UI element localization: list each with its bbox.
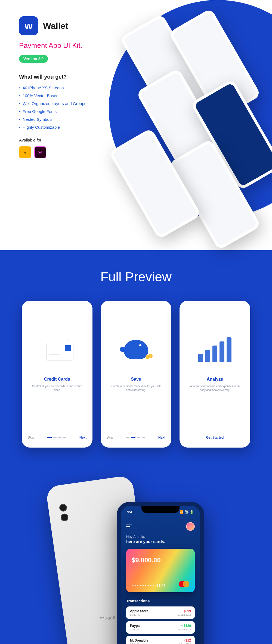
piggy-bank-icon bbox=[107, 322, 165, 377]
menu-icon[interactable] bbox=[126, 525, 132, 528]
card-balance: $9,800.00 bbox=[132, 556, 189, 564]
app-screen: 9:41 📶 📡 🔋 Hey Amelia, here are your car… bbox=[121, 506, 200, 644]
feature-item: 40 iPhone XS Screens bbox=[19, 85, 253, 90]
tool-icons: ◆ Xd bbox=[19, 146, 253, 158]
credit-card[interactable]: $9,800.00 •••• •••• •••• 4174 bbox=[126, 549, 195, 592]
camera-icon bbox=[59, 503, 75, 526]
next-button[interactable]: Next bbox=[79, 436, 86, 439]
screen-title: Save bbox=[107, 377, 165, 382]
app-name: Wallet bbox=[43, 21, 68, 31]
onboarding-screen-2: Save Create a personal moneybox for your… bbox=[101, 301, 171, 448]
get-started-button[interactable]: Get Started bbox=[186, 436, 244, 439]
feature-item: 100% Vector Based bbox=[19, 93, 253, 98]
iphone-front-view: 9:41 📶 📡 🔋 Hey Amelia, here are your car… bbox=[117, 502, 204, 644]
pager-dots bbox=[47, 437, 66, 438]
trans-name: Paypal bbox=[130, 624, 141, 628]
iphone-label: iPhone bbox=[100, 614, 116, 622]
available-label: Available for bbox=[19, 138, 253, 142]
next-button[interactable]: Next bbox=[158, 436, 165, 439]
screen-title: Analyze bbox=[186, 377, 244, 382]
trans-amount: + $120 bbox=[181, 624, 191, 628]
trans-amount: - $12 bbox=[184, 639, 191, 642]
hero-section: w Wallet Payment App UI Kit. Version 2.0… bbox=[0, 0, 272, 250]
pager-dots bbox=[126, 437, 145, 438]
preview-title: Full Preview bbox=[14, 269, 258, 284]
version-badge: Version 2.0 bbox=[19, 55, 48, 63]
app-logo: w bbox=[19, 16, 38, 35]
greeting-bold: here are your cards. bbox=[126, 539, 195, 544]
logo-row: w Wallet bbox=[19, 16, 253, 35]
subtitle: Payment App UI Kit. bbox=[19, 41, 253, 50]
trans-date: 18 Jan 2019 bbox=[177, 614, 191, 616]
trans-name: McDonald's bbox=[130, 639, 148, 642]
logo-letter: w bbox=[24, 20, 33, 32]
feature-item: Highly Customizable bbox=[19, 125, 253, 130]
preview-section: Full Preview Credit Cards Control all yo… bbox=[0, 250, 272, 644]
bar-chart-icon bbox=[186, 322, 244, 377]
transaction-item[interactable]: Apple Store- $999 14:25 PM18 Jan 2019 bbox=[126, 606, 195, 619]
mastercard-icon bbox=[179, 581, 189, 587]
feature-item: Well Organized Layers and Groups bbox=[19, 101, 253, 106]
onboarding-screens: Credit Cards Control all your credit car… bbox=[14, 301, 258, 448]
notch bbox=[141, 506, 180, 513]
credit-cards-icon bbox=[28, 322, 86, 377]
trans-time: 17:00 PM bbox=[130, 628, 141, 631]
feature-item: Nested Symbols bbox=[19, 117, 253, 122]
xd-icon: Xd bbox=[34, 146, 46, 158]
sketch-icon: ◆ bbox=[19, 146, 31, 158]
screen-desc: Analyze your income and expenses in an e… bbox=[186, 384, 244, 392]
status-time: 9:41 bbox=[127, 510, 134, 514]
bottom-mockup: iPhone 9:41 📶 📡 🔋 Hey Amelia, here are y… bbox=[14, 469, 258, 644]
skip-button[interactable]: Skip bbox=[107, 436, 113, 439]
onboarding-screen-3: Analyze Analyze your income and expenses… bbox=[180, 301, 250, 448]
transactions-list: Apple Store- $999 14:25 PM18 Jan 2019 Pa… bbox=[126, 606, 195, 644]
onboarding-screen-1: Credit Cards Control all your credit car… bbox=[22, 301, 92, 448]
trans-time: 8:54 AM bbox=[130, 643, 139, 644]
screen-title: Credit Cards bbox=[28, 377, 86, 382]
trans-time: 14:25 PM bbox=[130, 614, 141, 616]
feature-item: Free Google Fonts bbox=[19, 109, 253, 114]
card-number: •••• •••• •••• 4174 bbox=[132, 584, 166, 587]
trans-date: 16 Jan 2019 bbox=[177, 628, 191, 631]
trans-amount: - $999 bbox=[182, 609, 191, 613]
transaction-item[interactable]: Paypal+ $120 17:00 PM16 Jan 2019 bbox=[126, 621, 195, 634]
transaction-item[interactable]: McDonald's- $12 8:54 AM14 Jan 2019 bbox=[126, 636, 195, 644]
screen-desc: Create a personal moneybox for yourself … bbox=[107, 384, 165, 392]
features-title: What will you get? bbox=[19, 74, 253, 80]
features-list: 40 iPhone XS Screens 100% Vector Based W… bbox=[19, 85, 253, 130]
skip-button[interactable]: Skip bbox=[28, 436, 34, 439]
screen-desc: Control all your credit cards in one sec… bbox=[28, 384, 86, 392]
avatar[interactable] bbox=[186, 522, 195, 531]
trans-name: Apple Store bbox=[130, 609, 148, 613]
trans-date: 14 Jan 2019 bbox=[177, 643, 191, 644]
greeting-text: Hey Amelia, bbox=[126, 535, 195, 539]
transactions-title: Transactions bbox=[126, 599, 195, 603]
status-icons: 📶 📡 🔋 bbox=[180, 510, 194, 514]
